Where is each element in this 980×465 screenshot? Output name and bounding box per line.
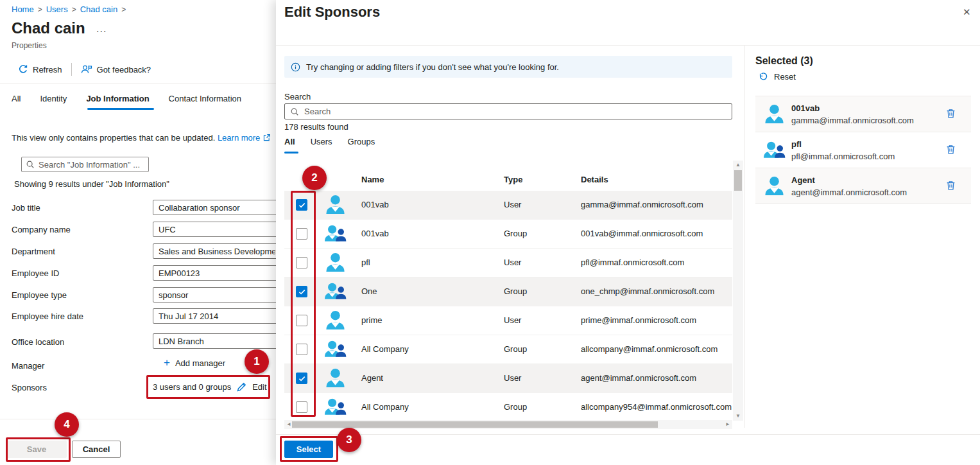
- scroll-down-arrow[interactable]: ▼: [733, 412, 743, 421]
- divider: [276, 434, 980, 435]
- delete-icon[interactable]: [945, 144, 956, 155]
- selected-item: pflpfl@immaf.onmicrosoft.com: [755, 132, 971, 168]
- selected-item-email: pfl@immaf.onmicrosoft.com: [791, 152, 895, 161]
- divider: [744, 45, 745, 428]
- row-checkbox-checked[interactable]: [296, 373, 307, 384]
- close-icon[interactable]: ✕: [963, 6, 971, 18]
- table-row[interactable]: AgentUseragent@immaf.onmicrosoft.com: [284, 364, 732, 393]
- row-details: gamma@immaf.onmicrosoft.com: [581, 200, 703, 209]
- select-button[interactable]: Select: [284, 441, 333, 458]
- table-row[interactable]: 001vabGroup001vab@immaf.onmicrosoft.com: [284, 220, 732, 249]
- cancel-button[interactable]: Cancel: [72, 441, 121, 458]
- tab-users[interactable]: Users: [311, 137, 332, 152]
- selected-item-name: 001vab: [791, 103, 820, 113]
- selected-list: 001vabgamma@immaf.onmicrosoft.compflpfl@…: [755, 96, 971, 204]
- row-checkbox-checked[interactable]: [296, 199, 307, 211]
- divider: [276, 45, 980, 46]
- feedback-icon: [81, 64, 92, 75]
- row-type: Group: [504, 402, 527, 412]
- group-avatar-icon: [324, 280, 347, 303]
- field-label-department: Department: [12, 247, 55, 256]
- breadcrumb-users[interactable]: Users: [46, 4, 68, 14]
- selected-item-email: agent@immaf.onmicrosoft.com: [791, 188, 907, 197]
- learn-more-link[interactable]: Learn more: [218, 133, 260, 143]
- delete-icon[interactable]: [945, 180, 956, 191]
- divider: [0, 83, 276, 84]
- add-manager-button[interactable]: + Add manager: [164, 358, 225, 368]
- table-row[interactable]: pflUserpfl@immaf.onmicrosoft.com: [284, 249, 732, 277]
- update-note-text: This view only contains properties that …: [12, 133, 215, 143]
- feedback-button[interactable]: Got feedback?: [81, 64, 151, 75]
- more-actions-button[interactable]: ...: [96, 23, 107, 35]
- vertical-scrollbar-thumb[interactable]: [734, 170, 742, 191]
- employee-hire-date-field[interactable]: [153, 308, 281, 324]
- field-label-employee-hire-date: Employee hire date: [12, 311, 83, 321]
- refresh-label: Refresh: [33, 65, 62, 75]
- edit-sponsors-button[interactable]: Edit: [252, 382, 266, 392]
- job-info-search-input[interactable]: [39, 160, 141, 170]
- search-label: Search: [284, 92, 311, 101]
- row-checkbox[interactable]: [296, 401, 307, 413]
- scroll-right-arrow[interactable]: ►: [723, 420, 732, 429]
- row-type: User: [504, 315, 521, 325]
- user-avatar-icon: [763, 175, 786, 197]
- row-name: Agent: [361, 373, 383, 383]
- save-button[interactable]: Save: [6, 441, 67, 458]
- row-checkbox[interactable]: [296, 228, 307, 240]
- employee-type-field[interactable]: [153, 287, 281, 303]
- refresh-icon: [18, 64, 28, 75]
- table-row[interactable]: OneGroupone_chmp@immaf.onmicrosoft.com: [284, 277, 732, 306]
- table-row[interactable]: 001vabUsergamma@immaf.onmicrosoft.com: [284, 191, 732, 220]
- delete-icon[interactable]: [945, 108, 956, 119]
- filter-tabs: All Users Groups: [284, 137, 375, 152]
- row-checkbox[interactable]: [296, 257, 307, 268]
- tab-identity[interactable]: Identity: [40, 94, 67, 109]
- table-row[interactable]: All CompanyGroupallcompany954@immaf.onmi…: [284, 393, 732, 420]
- row-checkbox-checked[interactable]: [296, 286, 307, 297]
- selected-item-email: gamma@immaf.onmicrosoft.com: [791, 116, 914, 125]
- field-label-employee-type: Employee type: [12, 290, 67, 300]
- tab-contact-information[interactable]: Contact Information: [169, 94, 241, 109]
- table-row[interactable]: All CompanyGroupallcompany@immaf.onmicro…: [284, 335, 732, 364]
- table-row[interactable]: primeUserprime@immaf.onmicrosoft.com: [284, 306, 732, 335]
- row-type: User: [504, 373, 521, 383]
- reset-button[interactable]: Reset: [759, 72, 796, 82]
- office-location-field[interactable]: [153, 333, 281, 349]
- selected-item: 001vabgamma@immaf.onmicrosoft.com: [755, 96, 971, 132]
- department-field[interactable]: [153, 243, 281, 259]
- add-manager-label: Add manager: [175, 358, 225, 368]
- tab-groups[interactable]: Groups: [348, 137, 375, 152]
- horizontal-scrollbar-thumb[interactable]: [292, 421, 658, 428]
- annotation-step3: 3: [337, 428, 361, 452]
- sponsor-search-input[interactable]: [304, 107, 726, 116]
- user-avatar-icon: [324, 251, 347, 274]
- job-title-field[interactable]: [153, 200, 281, 215]
- selected-count-title: Selected (3): [755, 55, 813, 67]
- row-checkbox[interactable]: [296, 344, 307, 355]
- sponsors-count-text: 3 users and 0 groups: [153, 382, 231, 392]
- external-link-icon: [262, 134, 271, 142]
- tab-all[interactable]: All: [284, 137, 295, 152]
- sponsors-summary: 3 users and 0 groups Edit: [153, 382, 267, 392]
- scroll-up-arrow[interactable]: ▲: [733, 161, 743, 170]
- employee-id-field[interactable]: [153, 265, 281, 281]
- field-label-employee-id: Employee ID: [12, 268, 59, 278]
- field-label-company-name: Company name: [12, 225, 71, 234]
- user-avatar-icon: [324, 309, 347, 332]
- row-checkbox[interactable]: [296, 315, 307, 326]
- vertical-scrollbar[interactable]: ▲ ▼: [733, 161, 743, 421]
- info-message: Try changing or adding filters if you do…: [306, 62, 559, 72]
- selected-item-name: Agent: [791, 175, 815, 185]
- refresh-button[interactable]: Refresh: [18, 64, 62, 75]
- row-details: 001vab@immaf.onmicrosoft.com: [581, 229, 703, 238]
- breadcrumb-home[interactable]: Home: [12, 4, 34, 14]
- company-name-field[interactable]: [153, 222, 281, 237]
- row-type: Group: [504, 229, 527, 238]
- breadcrumb-chad-cain[interactable]: Chad cain: [80, 4, 118, 14]
- info-icon: [291, 62, 300, 72]
- tab-job-information[interactable]: Job Information: [86, 94, 149, 109]
- tab-all[interactable]: All: [12, 94, 21, 109]
- field-label-office-location: Office location: [12, 337, 64, 347]
- row-details: allcompany954@immaf.onmicrosoft.com: [581, 402, 732, 412]
- search-icon: [290, 107, 299, 116]
